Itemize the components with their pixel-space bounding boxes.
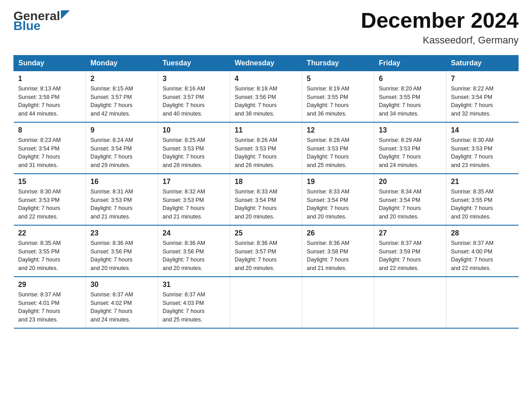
day-of-week-header: Monday [86, 55, 158, 71]
day-info: Sunrise: 8:20 AMSunset: 3:55 PMDaylight:… [379, 86, 421, 117]
day-info: Sunrise: 8:24 AMSunset: 3:54 PMDaylight:… [90, 137, 133, 168]
day-number: 11 [235, 126, 297, 134]
day-info: Sunrise: 8:34 AMSunset: 3:54 PMDaylight:… [379, 188, 421, 220]
day-info: Sunrise: 8:22 AMSunset: 3:54 PMDaylight:… [451, 86, 493, 117]
day-number: 19 [307, 178, 369, 186]
day-info: Sunrise: 8:36 AMSunset: 3:58 PMDaylight:… [307, 240, 349, 271]
day-number: 27 [379, 229, 442, 237]
day-number: 17 [163, 178, 225, 186]
day-number: 20 [379, 178, 442, 186]
day-number: 5 [307, 75, 369, 83]
day-number: 23 [90, 229, 153, 237]
calendar-day-cell: 16 Sunrise: 8:31 AMSunset: 3:53 PMDaylig… [86, 174, 158, 225]
day-info: Sunrise: 8:25 AMSunset: 3:53 PMDaylight:… [163, 137, 205, 168]
day-info: Sunrise: 8:37 AMSunset: 4:01 PMDaylight:… [18, 291, 61, 323]
calendar-day-cell: 17 Sunrise: 8:32 AMSunset: 3:53 PMDaylig… [158, 174, 230, 225]
day-info: Sunrise: 8:33 AMSunset: 3:54 PMDaylight:… [307, 188, 349, 220]
day-of-week-header: Sunday [14, 55, 86, 71]
day-of-week-header: Friday [374, 55, 446, 71]
calendar-day-cell: 18 Sunrise: 8:33 AMSunset: 3:54 PMDaylig… [230, 174, 302, 225]
day-number: 3 [163, 75, 225, 83]
calendar-week-row: 1 Sunrise: 8:13 AMSunset: 3:58 PMDayligh… [14, 71, 519, 122]
calendar-day-cell: 3 Sunrise: 8:16 AMSunset: 3:57 PMDayligh… [158, 71, 230, 122]
day-info: Sunrise: 8:30 AMSunset: 3:53 PMDaylight:… [18, 188, 61, 220]
day-info: Sunrise: 8:29 AMSunset: 3:53 PMDaylight:… [379, 137, 421, 168]
day-number: 29 [18, 281, 82, 289]
day-number: 22 [18, 229, 82, 237]
calendar-day-cell: 26 Sunrise: 8:36 AMSunset: 3:58 PMDaylig… [302, 225, 374, 277]
calendar-day-cell: 29 Sunrise: 8:37 AMSunset: 4:01 PMDaylig… [14, 277, 86, 328]
calendar-week-row: 15 Sunrise: 8:30 AMSunset: 3:53 PMDaylig… [14, 174, 519, 225]
calendar-day-cell: 8 Sunrise: 8:23 AMSunset: 3:54 PMDayligh… [14, 122, 86, 174]
day-info: Sunrise: 8:33 AMSunset: 3:54 PMDaylight:… [235, 188, 277, 220]
day-number: 6 [379, 75, 442, 83]
day-of-week-header: Saturday [446, 55, 519, 71]
calendar-day-cell [230, 277, 302, 328]
day-info: Sunrise: 8:28 AMSunset: 3:53 PMDaylight:… [307, 137, 349, 168]
day-number: 25 [235, 229, 297, 237]
day-info: Sunrise: 8:23 AMSunset: 3:54 PMDaylight:… [18, 137, 61, 168]
day-info: Sunrise: 8:13 AMSunset: 3:58 PMDaylight:… [18, 86, 61, 117]
day-of-week-header: Wednesday [230, 55, 302, 71]
calendar-day-cell: 7 Sunrise: 8:22 AMSunset: 3:54 PMDayligh… [446, 71, 519, 122]
day-info: Sunrise: 8:35 AMSunset: 3:55 PMDaylight:… [451, 188, 493, 220]
calendar-week-row: 22 Sunrise: 8:35 AMSunset: 3:55 PMDaylig… [14, 225, 519, 277]
calendar-day-cell: 14 Sunrise: 8:30 AMSunset: 3:53 PMDaylig… [446, 122, 519, 174]
calendar-day-cell: 9 Sunrise: 8:24 AMSunset: 3:54 PMDayligh… [86, 122, 158, 174]
day-info: Sunrise: 8:37 AMSunset: 3:59 PMDaylight:… [379, 240, 421, 271]
day-info: Sunrise: 8:31 AMSunset: 3:53 PMDaylight:… [90, 188, 133, 220]
day-number: 31 [163, 281, 225, 289]
calendar-day-cell: 31 Sunrise: 8:37 AMSunset: 4:03 PMDaylig… [158, 277, 230, 328]
calendar-day-cell: 15 Sunrise: 8:30 AMSunset: 3:53 PMDaylig… [14, 174, 86, 225]
day-number: 24 [163, 229, 225, 237]
calendar-day-cell: 30 Sunrise: 8:37 AMSunset: 4:02 PMDaylig… [86, 277, 158, 328]
day-info: Sunrise: 8:16 AMSunset: 3:57 PMDaylight:… [163, 86, 205, 117]
day-number: 28 [451, 229, 514, 237]
day-number: 30 [90, 281, 153, 289]
day-info: Sunrise: 8:36 AMSunset: 3:56 PMDaylight:… [163, 240, 205, 271]
calendar-day-cell: 12 Sunrise: 8:28 AMSunset: 3:53 PMDaylig… [302, 122, 374, 174]
calendar-day-cell: 23 Sunrise: 8:36 AMSunset: 3:56 PMDaylig… [86, 225, 158, 277]
page-title: December 2024 [361, 9, 519, 33]
day-number: 21 [451, 178, 514, 186]
calendar-day-cell: 6 Sunrise: 8:20 AMSunset: 3:55 PMDayligh… [374, 71, 446, 122]
day-info: Sunrise: 8:37 AMSunset: 4:03 PMDaylight:… [163, 291, 205, 323]
day-info: Sunrise: 8:15 AMSunset: 3:57 PMDaylight:… [90, 86, 133, 117]
day-number: 10 [163, 126, 225, 134]
day-info: Sunrise: 8:36 AMSunset: 3:57 PMDaylight:… [235, 240, 277, 271]
day-number: 7 [451, 75, 514, 83]
day-number: 12 [307, 126, 369, 134]
calendar-day-cell: 4 Sunrise: 8:18 AMSunset: 3:56 PMDayligh… [230, 71, 302, 122]
day-number: 1 [18, 75, 82, 83]
calendar-day-cell: 20 Sunrise: 8:34 AMSunset: 3:54 PMDaylig… [374, 174, 446, 225]
subtitle: Kasseedorf, Germany [361, 34, 519, 46]
day-number: 13 [379, 126, 442, 134]
calendar-day-cell: 2 Sunrise: 8:15 AMSunset: 3:57 PMDayligh… [86, 71, 158, 122]
day-of-week-header: Tuesday [158, 55, 230, 71]
day-info: Sunrise: 8:37 AMSunset: 4:02 PMDaylight:… [90, 291, 133, 323]
calendar-day-cell [302, 277, 374, 328]
day-number: 16 [90, 178, 153, 186]
calendar-day-cell: 10 Sunrise: 8:25 AMSunset: 3:53 PMDaylig… [158, 122, 230, 174]
calendar-day-cell: 25 Sunrise: 8:36 AMSunset: 3:57 PMDaylig… [230, 225, 302, 277]
day-info: Sunrise: 8:36 AMSunset: 3:56 PMDaylight:… [90, 240, 133, 271]
page-header: General Blue December 2024 Kasseedorf, G… [13, 9, 519, 46]
day-info: Sunrise: 8:19 AMSunset: 3:55 PMDaylight:… [307, 86, 349, 117]
logo-blue-text: Blue [13, 19, 41, 33]
day-number: 18 [235, 178, 297, 186]
calendar-day-cell [446, 277, 519, 328]
svg-marker-0 [61, 10, 70, 19]
day-number: 8 [18, 126, 82, 134]
day-number: 15 [18, 178, 82, 186]
day-number: 4 [235, 75, 297, 83]
day-number: 9 [90, 126, 153, 134]
calendar-header-row: SundayMondayTuesdayWednesdayThursdayFrid… [14, 55, 519, 71]
title-section: December 2024 Kasseedorf, Germany [361, 9, 519, 46]
calendar-day-cell: 21 Sunrise: 8:35 AMSunset: 3:55 PMDaylig… [446, 174, 519, 225]
calendar-week-row: 8 Sunrise: 8:23 AMSunset: 3:54 PMDayligh… [14, 122, 519, 174]
day-number: 2 [90, 75, 153, 83]
day-info: Sunrise: 8:32 AMSunset: 3:53 PMDaylight:… [163, 188, 205, 220]
logo-arrow-icon [61, 10, 73, 23]
calendar-day-cell: 5 Sunrise: 8:19 AMSunset: 3:55 PMDayligh… [302, 71, 374, 122]
day-info: Sunrise: 8:26 AMSunset: 3:53 PMDaylight:… [235, 137, 277, 168]
